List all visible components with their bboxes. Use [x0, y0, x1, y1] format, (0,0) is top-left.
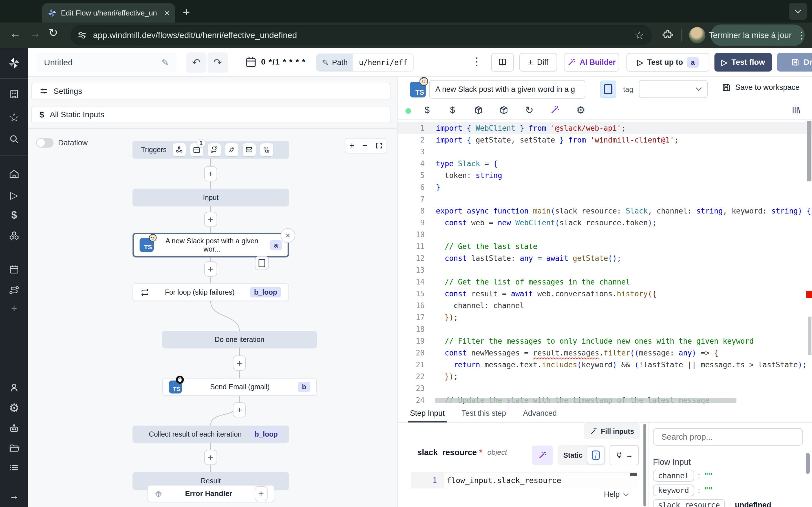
fill-inputs-button[interactable]: Fill inputs	[584, 423, 640, 439]
site-settings-icon[interactable]	[77, 31, 87, 40]
add-error-handler-button[interactable]	[255, 486, 267, 501]
more-options-icon[interactable]	[471, 55, 482, 68]
reload-icon[interactable]	[525, 104, 534, 116]
do-one-iteration-node[interactable]: Do one iteration	[162, 331, 317, 348]
test-flow-button[interactable]: Test flow	[714, 53, 772, 71]
editor-ruler-thumb[interactable]	[808, 317, 811, 355]
poll-trigger-icon[interactable]	[260, 144, 273, 156]
star-icon[interactable]: ☆	[0, 112, 28, 123]
prop-pill[interactable]: keyword	[653, 485, 694, 496]
plus-icon[interactable]: +	[0, 304, 28, 314]
arrow-right-icon[interactable]: →	[0, 491, 28, 501]
update-browser-button[interactable]: Terminer la mise à jour	[711, 24, 805, 46]
add-step-button[interactable]	[233, 402, 246, 417]
gear-icon[interactable]: ⚙	[0, 402, 28, 414]
save-to-workspace-button[interactable]: Save to workspace	[722, 83, 800, 92]
docs-button[interactable]	[491, 53, 514, 71]
list-icon[interactable]	[0, 462, 28, 473]
remove-step-button[interactable]	[281, 228, 295, 243]
code-editor[interactable]: 1import { WebClient } from '@slack/web-a…	[398, 121, 812, 404]
reload-icon[interactable]	[49, 27, 58, 38]
schedule-calendar-icon[interactable]	[245, 56, 257, 68]
forloop-node[interactable]: For loop (skip failures) b_loop	[133, 283, 289, 301]
triggers-node[interactable]: Triggers 1	[133, 141, 289, 159]
extensions-icon[interactable]	[662, 29, 673, 41]
error-handler-node[interactable]: Error Handler	[147, 485, 274, 502]
building-icon[interactable]	[0, 89, 28, 99]
search-prop-input[interactable]	[653, 428, 803, 446]
user-icon[interactable]	[0, 383, 28, 393]
input-node[interactable]: Input	[133, 189, 289, 206]
route-trigger-icon[interactable]	[208, 144, 221, 156]
run-preview-chip[interactable]	[255, 256, 269, 270]
package-icon[interactable]	[499, 105, 509, 115]
expr-editor[interactable]: 1 flow_input.slack_resource	[411, 472, 637, 489]
redo-button[interactable]	[207, 52, 228, 73]
prop-pill[interactable]: channel	[653, 470, 694, 482]
webhook-trigger-icon[interactable]	[173, 144, 186, 156]
back-icon[interactable]	[10, 27, 21, 39]
function-mode-chip[interactable]: f	[587, 446, 605, 464]
library-icon[interactable]	[791, 105, 801, 115]
magic-wand-icon[interactable]	[550, 105, 559, 114]
path-chip[interactable]: Path u/henri/eff	[316, 54, 414, 71]
cron-schedule[interactable]: 0 */1 * * * *	[261, 57, 306, 66]
add-step-button[interactable]	[204, 212, 217, 227]
ai-fill-button[interactable]	[532, 446, 553, 465]
robot-icon[interactable]	[0, 423, 28, 434]
editor-scrollbar-thumb[interactable]	[807, 121, 811, 181]
help-toggle[interactable]: Help	[604, 490, 629, 499]
windmill-logo[interactable]	[0, 56, 28, 70]
undo-button[interactable]	[186, 52, 206, 73]
dollar-icon[interactable]: $	[0, 210, 28, 220]
add-step-button[interactable]	[204, 450, 217, 465]
send-email-node[interactable]: TS Send Email (gmail) b	[162, 378, 317, 396]
address-bar[interactable]: app.windmill.dev/flows/edit/u/henri/effe…	[70, 25, 652, 45]
home-icon[interactable]	[0, 168, 28, 179]
draft-button[interactable]: Draft	[777, 53, 812, 71]
editor-hscrollbar-thumb[interactable]	[435, 398, 737, 403]
add-step-button[interactable]	[204, 166, 217, 181]
route-icon[interactable]	[0, 285, 28, 296]
tab-advanced[interactable]: Advanced	[523, 409, 557, 418]
prop-pill[interactable]: slack_resource	[653, 499, 725, 507]
folder-icon[interactable]	[0, 443, 28, 453]
package-icon[interactable]	[474, 105, 483, 115]
step-summary-input[interactable]	[429, 80, 585, 99]
window-chevron-button[interactable]	[789, 3, 807, 20]
test-up-to-button[interactable]: Test up to a	[626, 53, 709, 71]
tab-step-input[interactable]: Step Input	[410, 409, 445, 418]
play-icon[interactable]: ▷	[0, 190, 28, 200]
browser-tab[interactable]: Edit Flow u/henri/effective_un	[42, 3, 175, 22]
settings-card[interactable]: Settings	[31, 83, 391, 100]
flow-name-field[interactable]: Untitled	[37, 53, 176, 72]
avatar[interactable]	[689, 27, 705, 43]
tag-dropdown[interactable]	[639, 80, 708, 98]
cubes-icon[interactable]	[0, 230, 28, 241]
schedule-trigger-icon[interactable]: 1	[190, 144, 203, 156]
static-inputs-card[interactable]: $ All Static Inputs	[31, 106, 391, 123]
new-tab-icon[interactable]	[183, 5, 190, 19]
forward-icon[interactable]	[29, 27, 41, 39]
browser-menu-icon[interactable]	[797, 30, 806, 41]
connect-input-button[interactable]: →	[610, 445, 639, 465]
static-expr-toggle[interactable]: Static f	[558, 445, 606, 465]
tab-close-icon[interactable]	[164, 8, 170, 18]
editor-mode-toggle[interactable]	[600, 80, 616, 98]
bookmark-star-icon[interactable]: ☆	[635, 29, 644, 41]
plug-trigger-icon[interactable]	[225, 144, 238, 156]
resources-icon[interactable]	[450, 105, 455, 115]
tab-test-this-step[interactable]: Test this step	[462, 409, 506, 418]
variables-icon[interactable]	[424, 105, 430, 115]
gear-icon[interactable]	[576, 104, 585, 116]
form-scrollbar-thumb[interactable]	[644, 424, 646, 506]
email-trigger-icon[interactable]	[243, 144, 256, 156]
slack-step-node[interactable]: TS A new Slack post with a given wor... …	[133, 233, 289, 258]
add-step-button[interactable]	[204, 262, 217, 277]
ai-builder-button[interactable]: AI Builder	[564, 53, 619, 71]
add-step-button[interactable]	[233, 355, 246, 371]
calendar-icon[interactable]	[0, 264, 28, 274]
collect-result-node[interactable]: Collect result of each iteration b_loop	[133, 426, 289, 443]
props-scrollbar-thumb[interactable]	[806, 453, 810, 474]
diff-button[interactable]: Diff	[519, 53, 557, 71]
